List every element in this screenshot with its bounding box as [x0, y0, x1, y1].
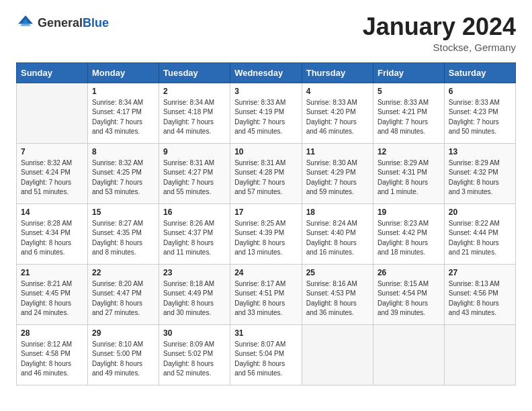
day-number: 10 [234, 147, 298, 156]
page-header: GeneralBlue January 2024 Stockse, German… [16, 13, 516, 53]
calendar-cell: 24Sunrise: 8:17 AMSunset: 4:51 PMDayligh… [230, 264, 302, 324]
title-block: January 2024 Stockse, Germany [363, 13, 516, 53]
day-info: Sunrise: 8:34 AMSunset: 4:18 PMDaylight:… [163, 98, 226, 137]
calendar-cell: 30Sunrise: 8:09 AMSunset: 5:02 PMDayligh… [159, 324, 230, 385]
day-info: Sunrise: 8:33 AMSunset: 4:20 PMDaylight:… [306, 98, 369, 137]
day-info: Sunrise: 8:33 AMSunset: 4:23 PMDaylight:… [449, 98, 511, 137]
calendar-cell: 7Sunrise: 8:32 AMSunset: 4:24 PMDaylight… [17, 143, 88, 203]
calendar-cell: 5Sunrise: 8:33 AMSunset: 4:21 PMDaylight… [373, 83, 444, 143]
day-number: 3 [234, 87, 298, 96]
day-info: Sunrise: 8:25 AMSunset: 4:39 PMDaylight:… [234, 219, 298, 258]
logo: GeneralBlue [16, 13, 109, 32]
calendar-cell: 15Sunrise: 8:27 AMSunset: 4:35 PMDayligh… [88, 203, 159, 264]
day-info: Sunrise: 8:23 AMSunset: 4:42 PMDaylight:… [378, 219, 440, 258]
day-number: 31 [234, 328, 298, 338]
calendar-cell: 12Sunrise: 8:29 AMSunset: 4:31 PMDayligh… [373, 143, 444, 203]
day-number: 24 [234, 268, 298, 277]
calendar-cell: 20Sunrise: 8:22 AMSunset: 4:44 PMDayligh… [444, 203, 515, 264]
calendar-cell: 8Sunrise: 8:32 AMSunset: 4:25 PMDaylight… [88, 143, 159, 203]
day-number: 12 [378, 147, 440, 156]
calendar-cell: 29Sunrise: 8:10 AMSunset: 5:00 PMDayligh… [88, 324, 159, 385]
calendar-cell: 19Sunrise: 8:23 AMSunset: 4:42 PMDayligh… [373, 203, 444, 264]
day-number: 26 [378, 268, 440, 277]
day-info: Sunrise: 8:22 AMSunset: 4:44 PMDaylight:… [449, 219, 511, 258]
day-number: 6 [449, 87, 511, 96]
day-number: 16 [163, 208, 226, 217]
day-info: Sunrise: 8:15 AMSunset: 4:54 PMDaylight:… [378, 279, 440, 318]
col-header-wednesday: Wednesday [230, 62, 302, 83]
calendar-cell: 6Sunrise: 8:33 AMSunset: 4:23 PMDaylight… [444, 83, 515, 143]
calendar-cell [302, 324, 373, 385]
day-info: Sunrise: 8:29 AMSunset: 4:32 PMDaylight:… [449, 158, 511, 197]
calendar-cell: 13Sunrise: 8:29 AMSunset: 4:32 PMDayligh… [444, 143, 515, 203]
day-number: 29 [92, 328, 154, 338]
day-number: 5 [378, 87, 440, 96]
day-number: 23 [163, 268, 226, 277]
day-info: Sunrise: 8:33 AMSunset: 4:19 PMDaylight:… [234, 98, 298, 137]
calendar-header-row: SundayMondayTuesdayWednesdayThursdayFrid… [17, 62, 516, 83]
calendar-cell [444, 324, 515, 385]
calendar-cell: 17Sunrise: 8:25 AMSunset: 4:39 PMDayligh… [230, 203, 302, 264]
calendar-week-row: 7Sunrise: 8:32 AMSunset: 4:24 PMDaylight… [17, 143, 516, 203]
calendar-cell [17, 83, 88, 143]
day-number: 15 [92, 208, 154, 217]
calendar-cell: 14Sunrise: 8:28 AMSunset: 4:34 PMDayligh… [17, 203, 88, 264]
calendar-cell: 3Sunrise: 8:33 AMSunset: 4:19 PMDaylight… [230, 83, 302, 143]
day-number: 27 [449, 268, 511, 277]
day-info: Sunrise: 8:10 AMSunset: 5:00 PMDaylight:… [92, 340, 154, 379]
day-info: Sunrise: 8:32 AMSunset: 4:25 PMDaylight:… [92, 158, 154, 197]
day-number: 25 [306, 268, 369, 277]
day-info: Sunrise: 8:20 AMSunset: 4:47 PMDaylight:… [92, 279, 154, 318]
col-header-sunday: Sunday [17, 62, 88, 83]
col-header-tuesday: Tuesday [159, 62, 230, 83]
day-info: Sunrise: 8:31 AMSunset: 4:28 PMDaylight:… [234, 158, 298, 197]
day-info: Sunrise: 8:12 AMSunset: 4:58 PMDaylight:… [21, 340, 83, 379]
col-header-monday: Monday [88, 62, 159, 83]
location-subtitle: Stockse, Germany [363, 42, 516, 53]
day-number: 20 [449, 208, 511, 217]
day-info: Sunrise: 8:21 AMSunset: 4:45 PMDaylight:… [21, 279, 83, 318]
day-info: Sunrise: 8:26 AMSunset: 4:37 PMDaylight:… [163, 219, 226, 258]
calendar-cell: 4Sunrise: 8:33 AMSunset: 4:20 PMDaylight… [302, 83, 373, 143]
calendar-cell: 11Sunrise: 8:30 AMSunset: 4:29 PMDayligh… [302, 143, 373, 203]
day-number: 4 [306, 87, 369, 96]
calendar-cell: 28Sunrise: 8:12 AMSunset: 4:58 PMDayligh… [17, 324, 88, 385]
calendar-cell: 2Sunrise: 8:34 AMSunset: 4:18 PMDaylight… [159, 83, 230, 143]
day-info: Sunrise: 8:24 AMSunset: 4:40 PMDaylight:… [306, 219, 369, 258]
col-header-thursday: Thursday [302, 62, 373, 83]
calendar-cell: 22Sunrise: 8:20 AMSunset: 4:47 PMDayligh… [88, 264, 159, 324]
day-number: 18 [306, 208, 369, 217]
day-info: Sunrise: 8:28 AMSunset: 4:34 PMDaylight:… [21, 219, 83, 258]
calendar-week-row: 1Sunrise: 8:34 AMSunset: 4:17 PMDaylight… [17, 83, 516, 143]
day-number: 22 [92, 268, 154, 277]
calendar-cell: 18Sunrise: 8:24 AMSunset: 4:40 PMDayligh… [302, 203, 373, 264]
day-info: Sunrise: 8:34 AMSunset: 4:17 PMDaylight:… [92, 98, 154, 137]
day-number: 13 [449, 147, 511, 156]
logo-blue: Blue [83, 16, 109, 30]
day-info: Sunrise: 8:32 AMSunset: 4:24 PMDaylight:… [21, 158, 83, 197]
day-number: 1 [92, 87, 154, 96]
calendar-cell: 16Sunrise: 8:26 AMSunset: 4:37 PMDayligh… [159, 203, 230, 264]
calendar-cell: 1Sunrise: 8:34 AMSunset: 4:17 PMDaylight… [88, 83, 159, 143]
calendar-week-row: 21Sunrise: 8:21 AMSunset: 4:45 PMDayligh… [17, 264, 516, 324]
day-info: Sunrise: 8:27 AMSunset: 4:35 PMDaylight:… [92, 219, 154, 258]
day-number: 8 [92, 147, 154, 156]
day-info: Sunrise: 8:31 AMSunset: 4:27 PMDaylight:… [163, 158, 226, 197]
calendar-cell: 25Sunrise: 8:16 AMSunset: 4:53 PMDayligh… [302, 264, 373, 324]
day-number: 17 [234, 208, 298, 217]
calendar-cell: 9Sunrise: 8:31 AMSunset: 4:27 PMDaylight… [159, 143, 230, 203]
calendar-cell [373, 324, 444, 385]
calendar-cell: 21Sunrise: 8:21 AMSunset: 4:45 PMDayligh… [17, 264, 88, 324]
day-info: Sunrise: 8:07 AMSunset: 5:04 PMDaylight:… [234, 340, 298, 379]
calendar-week-row: 14Sunrise: 8:28 AMSunset: 4:34 PMDayligh… [17, 203, 516, 264]
logo-icon [16, 13, 35, 32]
calendar-cell: 23Sunrise: 8:18 AMSunset: 4:49 PMDayligh… [159, 264, 230, 324]
day-info: Sunrise: 8:16 AMSunset: 4:53 PMDaylight:… [306, 279, 369, 318]
day-info: Sunrise: 8:18 AMSunset: 4:49 PMDaylight:… [163, 279, 226, 318]
day-number: 28 [21, 328, 83, 338]
day-number: 11 [306, 147, 369, 156]
day-info: Sunrise: 8:29 AMSunset: 4:31 PMDaylight:… [378, 158, 440, 197]
day-info: Sunrise: 8:30 AMSunset: 4:29 PMDaylight:… [306, 158, 369, 197]
day-number: 21 [21, 268, 83, 277]
day-info: Sunrise: 8:13 AMSunset: 4:56 PMDaylight:… [449, 279, 511, 318]
